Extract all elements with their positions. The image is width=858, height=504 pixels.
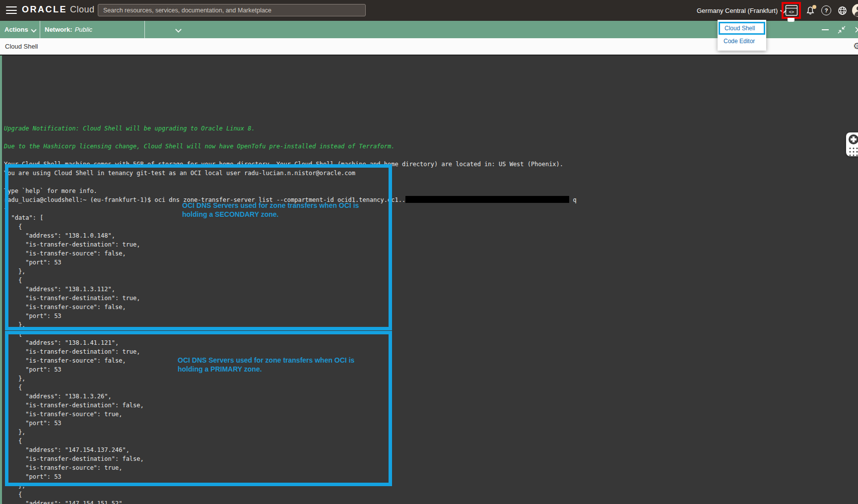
terminal-line: "is-transfer-destination": false,	[4, 401, 577, 410]
terminal-line: "port": 53	[4, 472, 577, 481]
terminal-line: {	[4, 490, 577, 499]
floating-help-widget[interactable]	[846, 132, 858, 156]
terminal-line: {	[4, 437, 577, 445]
terminal-line: "address": "147.154.151.52",	[4, 499, 577, 504]
annotation-primary-zone: OCI DNS Servers used for zone transfers …	[178, 356, 354, 374]
terminal-line: "is-transfer-destination": true,	[4, 240, 577, 249]
life-ring-icon[interactable]	[848, 134, 858, 145]
apps-grid-icon[interactable]	[849, 147, 858, 156]
terminal-line: "port": 53	[4, 258, 577, 267]
network-label: Network:	[45, 26, 72, 33]
region-selector[interactable]: Germany Central (Frankfurt)	[697, 0, 786, 21]
oci-console: { "topbar": { "logo_oracle": "ORACLE", "…	[0, 0, 858, 504]
terminal-line: {	[4, 276, 577, 285]
terminal-line: "address": "138.1.3.112",	[4, 285, 577, 294]
terminal-line: },	[4, 374, 577, 383]
search-input[interactable]	[98, 4, 366, 16]
toolbar-divider	[144, 21, 145, 38]
language-globe-icon[interactable]	[836, 0, 849, 21]
network-dropdown[interactable]: Network: Public	[40, 21, 144, 38]
minimize-button[interactable]	[819, 21, 832, 38]
terminal-line: "is-transfer-source": true,	[4, 463, 577, 472]
oracle-cloud-logo: ORACLECloud	[22, 4, 95, 15]
network-value: Public	[75, 26, 92, 33]
terminal-line: "port": 53	[4, 419, 577, 428]
terminal-output: Upgrade Notification: Cloud Shell will b…	[4, 124, 577, 504]
svg-text:<>: <>	[789, 9, 794, 14]
terminal-line: "is-transfer-source": true,	[4, 410, 577, 419]
chevron-down-icon	[31, 27, 36, 32]
globe-icon	[838, 6, 847, 15]
chevron-down-icon	[175, 26, 182, 33]
redaction-bar	[405, 196, 569, 203]
terminal-line: Your Cloud Shell machine comes with 5GB …	[4, 160, 577, 169]
console-window-icon: <>	[785, 4, 798, 16]
help-icon[interactable]: ?	[820, 0, 833, 21]
terminal-line: Type `help` for more info.	[4, 187, 577, 195]
terminal-line: },	[4, 267, 577, 276]
logo-oracle-text: ORACLE	[22, 4, 67, 14]
terminal-line	[4, 151, 577, 160]
user-avatar[interactable]	[852, 4, 858, 17]
cloud-shell-terminal[interactable]: Upgrade Notification: Cloud Shell will b…	[0, 56, 858, 504]
terminal-line: },	[4, 428, 577, 437]
annotation-secondary-zone: OCI DNS Servers used for zone transfers …	[182, 201, 359, 219]
close-button[interactable]	[852, 21, 858, 38]
minimize-icon	[822, 29, 829, 30]
terminal-line: "is-transfer-destination": false,	[4, 454, 577, 463]
terminal-line: },	[4, 481, 577, 490]
terminal-line: "address": "138.1.3.26",	[4, 392, 577, 401]
collapse-arrows-icon	[838, 26, 846, 34]
close-icon	[855, 27, 858, 33]
terminal-line: {	[4, 383, 577, 392]
logo-cloud-text: Cloud	[70, 4, 95, 14]
terminal-line: "is-transfer-source": false,	[4, 249, 577, 258]
menu-item-code-editor[interactable]: Code Editor	[718, 35, 766, 48]
terminal-line: You are using Cloud Shell in tenancy git…	[4, 169, 577, 178]
notification-badge	[812, 5, 816, 9]
terminal-line: Due to the Hashicorp licensing change, C…	[4, 142, 577, 151]
hamburger-menu-icon[interactable]	[6, 6, 17, 14]
region-label: Germany Central (Frankfurt)	[697, 7, 778, 14]
question-mark-icon: ?	[821, 5, 831, 15]
terminal-line: Upgrade Notification: Cloud Shell will b…	[4, 124, 577, 133]
top-navigation-bar: ORACLECloud Germany Central (Frankfurt) …	[0, 0, 858, 21]
terminal-left-border	[0, 56, 2, 504]
terminal-line: "is-transfer-destination": true,	[4, 347, 577, 356]
terminal-line	[4, 178, 577, 187]
terminal-line: "address": "138.1.0.148",	[4, 231, 577, 240]
terminal-line	[4, 133, 577, 142]
terminal-line: },	[4, 320, 577, 329]
panel-title: Cloud Shell	[5, 43, 38, 50]
actions-label: Actions	[4, 26, 28, 33]
dropdown-pointer	[788, 18, 794, 22]
terminal-line: {	[4, 329, 577, 338]
terminal-line: "is-transfer-source": false,	[4, 303, 577, 312]
actions-dropdown[interactable]: Actions	[0, 21, 40, 38]
terminal-line: "address": "147.154.137.246",	[4, 445, 577, 454]
terminal-line: "address": "138.1.41.121",	[4, 338, 577, 347]
gear-icon[interactable]: ⚙	[853, 41, 858, 51]
restore-button[interactable]	[835, 21, 848, 38]
terminal-line: {	[4, 222, 577, 231]
terminal-line: "is-transfer-destination": true,	[4, 294, 577, 303]
menu-item-cloud-shell[interactable]: Cloud Shell	[719, 22, 765, 35]
developer-tools-menu: Cloud Shell Code Editor	[718, 20, 766, 51]
terminal-line: "port": 53	[4, 312, 577, 320]
notifications-bell-icon[interactable]	[804, 0, 817, 21]
